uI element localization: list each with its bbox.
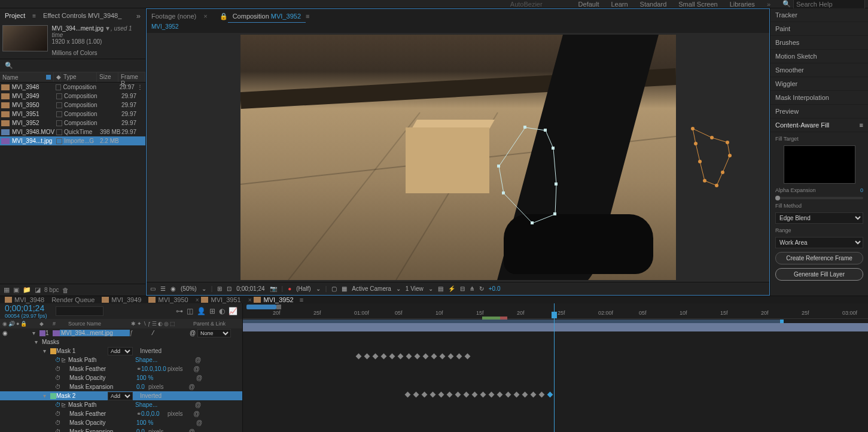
prop-value[interactable]: 0.0: [136, 428, 148, 432]
trash-icon[interactable]: 🗑: [62, 287, 69, 294]
pickwhip-icon[interactable]: @: [190, 330, 196, 336]
snapshot-icon[interactable]: 📷: [270, 285, 277, 292]
stopwatch-icon[interactable]: ⏱: [55, 375, 62, 381]
channels-icon[interactable]: ●: [288, 285, 291, 292]
ws-chevrons-icon[interactable]: »: [767, 1, 770, 8]
close-icon[interactable]: ×: [196, 297, 199, 303]
timeline-search-input[interactable]: [56, 306, 103, 316]
panel-tracker[interactable]: Tracker: [770, 8, 868, 22]
constrain-icon[interactable]: ⚭: [136, 366, 141, 372]
flowchart-icon[interactable]: ⋔: [470, 285, 474, 292]
keyframe[interactable]: [440, 354, 446, 360]
label-swatch[interactable]: [56, 93, 62, 99]
close-icon[interactable]: ×: [248, 297, 252, 303]
mask-name[interactable]: Mask 2: [56, 393, 108, 399]
graph-editor-icon[interactable]: 📈: [229, 307, 237, 315]
new-folder-icon[interactable]: 📁: [23, 286, 31, 294]
layer-row[interactable]: ◉ ▾ 1 MVI_394...ment.jpg ƒ ∕ @ None: [0, 328, 242, 337]
project-menu-icon[interactable]: ≡: [30, 13, 38, 19]
keyframe[interactable]: [531, 392, 537, 398]
mask-color-swatch[interactable]: [50, 393, 56, 399]
flowchart-icon[interactable]: ⋮: [137, 84, 145, 90]
timeline-current-time[interactable]: 0;00;01;24: [5, 303, 47, 313]
panel-mask-interpolation[interactable]: Mask Interpolation: [770, 91, 868, 105]
mask-view-icon[interactable]: ◉: [170, 285, 176, 292]
stopwatch-icon[interactable]: ⏱: [55, 366, 62, 372]
create-reference-frame-button[interactable]: Create Reference Frame: [775, 252, 863, 264]
reset-exp-icon[interactable]: ↻: [479, 285, 484, 292]
stopwatch-icon[interactable]: ⏱: [55, 357, 61, 363]
search-help-input[interactable]: [793, 0, 865, 9]
res-chevron-icon[interactable]: ⌄: [316, 285, 321, 292]
prop-value[interactable]: Shape...: [135, 357, 195, 363]
proj-row[interactable]: MVI_3950Composition29.97: [0, 101, 145, 109]
time-navigator[interactable]: [246, 305, 276, 309]
mask-path-prop[interactable]: ◂◆▸ ⏱ ⊵ Mask Path Shape... @: [0, 400, 242, 409]
new-comp-icon[interactable]: ▣: [13, 286, 19, 294]
twirl-icon[interactable]: ▾: [35, 339, 42, 345]
keyframe[interactable]: [430, 392, 436, 398]
link-icon[interactable]: @: [194, 410, 201, 417]
keyframe[interactable]: [547, 392, 553, 398]
timeline-tab[interactable]: ×MVI_3951: [196, 296, 241, 303]
keyframe[interactable]: [398, 354, 404, 360]
parent-col[interactable]: Parent & Link: [191, 321, 242, 327]
keyframe[interactable]: [522, 392, 528, 398]
timeline-tab-active[interactable]: ×MVI_3952≡: [248, 296, 303, 303]
composition-tab[interactable]: Composition MVI_3952: [228, 10, 306, 23]
keyframe[interactable]: [539, 392, 545, 398]
time-navigator-end[interactable]: [276, 305, 281, 309]
keyframe[interactable]: [514, 392, 520, 398]
prop-value[interactable]: 10.0,10.0: [141, 366, 167, 372]
panel-preview[interactable]: Preview: [770, 105, 868, 118]
label-swatch[interactable]: [56, 120, 62, 126]
fx-icon[interactable]: ƒ: [130, 330, 133, 336]
mask-feather-prop[interactable]: ⏱ Mask Feather ⚭ 10.0,10.0 pixels @: [0, 364, 242, 373]
keyframe[interactable]: [448, 354, 454, 360]
resolution-dropdown[interactable]: (Half): [296, 285, 310, 292]
keyframe[interactable]: [373, 354, 379, 360]
mask-color-swatch[interactable]: [50, 348, 56, 354]
label-swatch[interactable]: [56, 129, 62, 135]
keyframe[interactable]: [413, 392, 419, 398]
label-swatch[interactable]: [56, 138, 62, 144]
keyframe[interactable]: [423, 354, 429, 360]
mask-name[interactable]: Mask 1: [56, 348, 108, 354]
mask-inverted-label[interactable]: Inverted: [140, 348, 162, 354]
camera-dropdown[interactable]: Active Camera: [352, 285, 391, 292]
keyframe[interactable]: [497, 392, 503, 398]
constrain-icon[interactable]: ⚭: [136, 410, 141, 417]
mask-expansion-prop[interactable]: ⏱ Mask Expansion 0.0 pixels @: [0, 382, 242, 391]
exposure-value[interactable]: +0.0: [489, 285, 501, 292]
project-search-input[interactable]: [15, 62, 124, 69]
proj-row[interactable]: MVI_3948Composition29.97⋮: [0, 83, 145, 92]
mask-mode-select[interactable]: Add: [108, 347, 133, 355]
stopwatch-icon[interactable]: ⏱: [55, 384, 62, 390]
view-chevron-icon[interactable]: ⌄: [428, 285, 433, 292]
timeline-tracks[interactable]: 20f25f01:00f05f10f15f20f25f02:00f05f10f1…: [243, 303, 868, 432]
cti-head[interactable]: [552, 312, 557, 318]
new-adj-icon[interactable]: ◪: [35, 286, 41, 294]
keyframe[interactable]: [356, 354, 362, 360]
keyframe[interactable]: [489, 392, 495, 398]
comp-viewport[interactable]: [240, 35, 676, 280]
link-icon[interactable]: @: [196, 419, 203, 426]
proj-row[interactable]: MVI_394...t.jpgImporte...G2.2 MB: [0, 136, 145, 145]
twirl-icon[interactable]: ▾: [43, 348, 50, 354]
pixel-aspect-icon[interactable]: ▤: [438, 285, 443, 292]
current-time[interactable]: 0;00;01;24: [236, 285, 264, 292]
prop-value[interactable]: Shape...: [135, 401, 195, 408]
keyframe[interactable]: [480, 392, 486, 398]
bpc-button[interactable]: 8 bpc: [44, 287, 59, 293]
cam-chevron-icon[interactable]: ⌄: [396, 285, 401, 292]
label-swatch[interactable]: [56, 84, 62, 90]
layer-bar[interactable]: [243, 323, 868, 331]
panel-motion-sketch[interactable]: Motion Sketch: [770, 50, 868, 63]
keyframe[interactable]: [505, 392, 511, 398]
proj-row[interactable]: MVI_3949Composition29.97: [0, 92, 145, 101]
layer-name[interactable]: MVI_394...ment.jpg: [60, 330, 130, 336]
close-icon[interactable]: ×: [203, 13, 207, 20]
alpha-expansion-value[interactable]: 0: [860, 187, 863, 193]
label-swatch[interactable]: [56, 102, 62, 108]
grid-icon[interactable]: ⊡: [227, 285, 232, 292]
